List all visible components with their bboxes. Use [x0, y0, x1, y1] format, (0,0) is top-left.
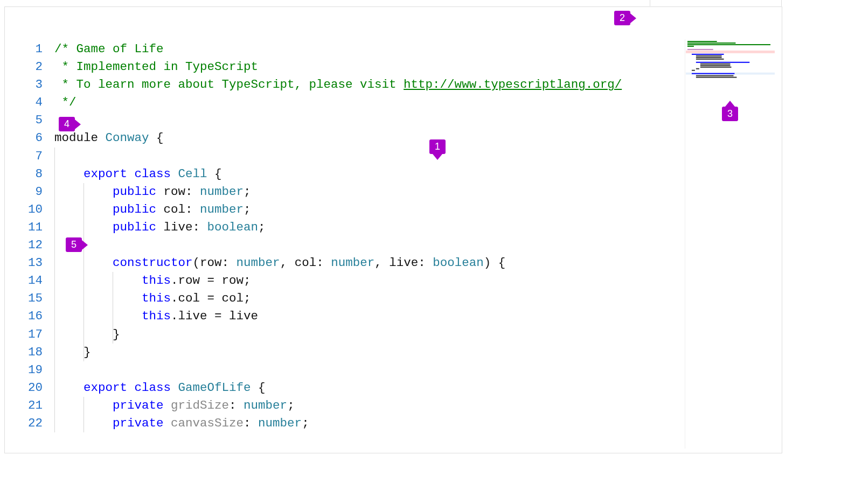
code-line[interactable]: }	[54, 344, 777, 361]
code-line[interactable]: }	[54, 326, 777, 344]
code-token: Conway	[106, 131, 149, 145]
code-line[interactable]: private gridSize: number;	[54, 397, 777, 415]
svg-rect-15	[692, 70, 695, 71]
callout-label: 2	[620, 12, 625, 23]
code-line[interactable]: /* Game of Life	[54, 40, 777, 58]
code-token: :	[222, 256, 237, 270]
code-token: number	[237, 256, 280, 270]
code-token: col	[222, 291, 244, 305]
code-line[interactable]: this.live = live	[54, 307, 777, 325]
line-number: 2	[10, 58, 43, 76]
code-token: constructor	[113, 256, 193, 270]
line-number: 7	[10, 148, 43, 165]
line-number: 22	[10, 415, 43, 432]
line-number: 16	[10, 307, 43, 325]
code-line[interactable]: this.col = col;	[54, 290, 777, 307]
code-token: row	[200, 256, 222, 270]
code-token: */	[54, 95, 77, 109]
code-line[interactable]: public col: number;	[54, 201, 777, 219]
code-token	[54, 291, 142, 305]
svg-rect-6	[692, 54, 724, 55]
code-token: ,	[374, 256, 389, 270]
code-token: number	[200, 185, 244, 199]
code-token: export	[84, 167, 127, 181]
svg-rect-9	[696, 59, 724, 60]
code-token	[156, 185, 164, 199]
code-token: class	[135, 167, 171, 181]
code-token: number	[200, 202, 244, 216]
line-number: 1	[10, 40, 43, 58]
code-line[interactable]: this.row = row;	[54, 272, 777, 290]
editor-panel: JAVASCRIPT 12345678910111213141516171819…	[4, 6, 782, 453]
code-token: =	[207, 309, 230, 323]
code-token	[54, 309, 142, 323]
code-token: =	[200, 274, 222, 288]
code-token: }	[54, 327, 120, 341]
code-token: number	[258, 416, 302, 430]
svg-rect-19	[696, 77, 737, 78]
code-line[interactable]: private canvasSize: number;	[54, 415, 777, 432]
code-editor[interactable]: 12345678910111213141516171819202122 /* G…	[10, 38, 777, 450]
code-token: GameOfLife	[178, 381, 251, 395]
code-token: live	[164, 220, 193, 234]
code-line[interactable]: */	[54, 94, 777, 111]
code-token: col	[164, 202, 186, 216]
callout-3: 3	[722, 107, 738, 121]
line-number: 10	[10, 201, 43, 219]
code-token: * Implemented in TypeScript	[54, 60, 258, 74]
indent-guide	[113, 272, 113, 343]
svg-rect-11	[700, 64, 731, 65]
code-token: canvasSize	[171, 416, 244, 430]
code-token: }	[54, 345, 91, 359]
code-content[interactable]: /* Game of Life * Implemented in TypeScr…	[54, 38, 777, 450]
code-token: Cell	[178, 167, 207, 181]
code-token: row	[178, 274, 200, 288]
code-token: number	[244, 398, 287, 412]
line-number: 5	[10, 111, 43, 129]
code-line[interactable]: module Conway {	[54, 129, 777, 147]
code-line[interactable]	[54, 361, 777, 379]
line-number-gutter: 12345678910111213141516171819202122	[10, 38, 54, 450]
code-token: this	[142, 291, 171, 305]
line-number: 20	[10, 379, 43, 397]
code-token: private	[113, 398, 164, 412]
indent-guide	[84, 397, 84, 432]
svg-rect-5	[686, 51, 775, 53]
callout-5: 5	[66, 237, 82, 252]
code-token: {	[207, 167, 222, 181]
code-token	[164, 398, 171, 412]
code-line[interactable]: public row: number;	[54, 183, 777, 201]
line-number: 3	[10, 76, 43, 94]
code-line[interactable]: constructor(row: number, col: number, li…	[54, 254, 777, 272]
svg-rect-10	[696, 62, 749, 63]
code-token: live	[178, 309, 207, 323]
code-token: =	[200, 291, 222, 305]
svg-rect-14	[696, 68, 699, 69]
code-line[interactable]	[54, 111, 777, 129]
code-line[interactable]: export class Cell {	[54, 165, 777, 183]
code-token	[127, 167, 135, 181]
code-token: public	[113, 202, 156, 216]
line-number: 21	[10, 397, 43, 415]
line-number: 19	[10, 361, 43, 379]
language-tab[interactable]: JAVASCRIPT	[650, 0, 782, 6]
line-number: 13	[10, 254, 43, 272]
code-line[interactable]: export class GameOfLife {	[54, 379, 777, 397]
minimap-preview	[685, 39, 775, 103]
code-token: ;	[244, 185, 251, 199]
svg-rect-3	[687, 46, 694, 47]
callout-label: 5	[71, 239, 77, 250]
code-line[interactable]: public live: boolean;	[54, 219, 777, 236]
line-number: 15	[10, 290, 43, 307]
code-token: ;	[302, 416, 309, 430]
line-number: 9	[10, 183, 43, 201]
code-token: :	[229, 398, 244, 412]
code-token	[164, 416, 171, 430]
code-token: (	[193, 256, 200, 270]
code-line[interactable]: * Implemented in TypeScript	[54, 58, 777, 76]
line-number: 18	[10, 344, 43, 361]
code-line[interactable]	[54, 148, 777, 165]
code-line[interactable]: * To learn more about TypeScript, please…	[54, 76, 777, 94]
code-line[interactable]	[54, 236, 777, 254]
code-token: this	[142, 309, 171, 323]
